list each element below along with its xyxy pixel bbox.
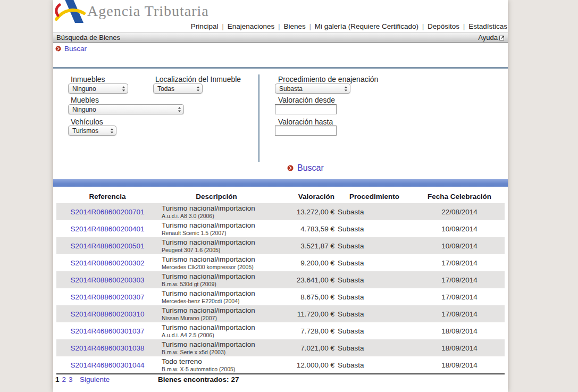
reference-link[interactable]: S2014R468600301044 (56, 361, 158, 369)
description-line2: B.m.w. X-5 automatico (2005) (162, 366, 274, 372)
reference-link[interactable]: S2014R468600301037 (56, 327, 158, 335)
procedure-cell: Subasta (334, 276, 414, 284)
description-cell: Turismo nacional/importacion Renault Sce… (158, 222, 274, 236)
date-cell: 18/09/2014 (414, 361, 505, 369)
valuation-cell: 4.783,59 € (274, 225, 334, 233)
page-title: Búsqueda de Bienes (56, 34, 120, 41)
search-button[interactable]: Buscar (297, 163, 324, 173)
valuation-cell: 12.000,00 € (274, 361, 334, 369)
table-header-row: Referencia Descripción Valoración Proced… (56, 190, 505, 203)
reference-link[interactable]: S2014R088600200310 (56, 310, 158, 318)
results-footer: 123 Siguiente Bienes encontrados:27 (55, 376, 505, 386)
description-line1: Turismo nacional/importacion (162, 205, 274, 212)
inmuebles-label: Inmuebles (71, 75, 105, 84)
vehiculos-label: Vehículos (71, 118, 103, 126)
reference-link[interactable]: S2014R488600200501 (56, 242, 158, 250)
page-link[interactable]: 2 (62, 376, 67, 383)
reference-link[interactable]: S2014R088600200302 (56, 259, 158, 267)
valuation-cell: 8.675,00 € (274, 293, 334, 301)
description-line1: Turismo nacional/importacion (162, 256, 274, 263)
description-line1: Turismo nacional/importacion (162, 273, 274, 280)
reference-link[interactable]: S2014R088600200307 (56, 293, 158, 301)
description-line1: Turismo nacional/importacion (162, 324, 274, 331)
nav-separator: | (422, 23, 424, 30)
table-row: S2014R468600301038 Turismo nacional/impo… (56, 339, 505, 356)
main-nav: Principal|Enajenaciones|Bienes|Mi galerí… (191, 22, 507, 30)
vehiculos-select-value: Turismos (72, 127, 98, 135)
inmuebles-select[interactable]: Ninguno (68, 84, 128, 94)
description-line2: B.m.w. Serie x x5d (2003) (162, 349, 274, 355)
nav-item-4[interactable]: Depósitos (428, 22, 459, 30)
muebles-select-value: Ninguno (72, 106, 96, 113)
select-arrows-icon (178, 106, 181, 113)
table-row: S2014R088600200310 Turismo nacional/impo… (56, 305, 505, 322)
page-link[interactable]: 3 (69, 376, 73, 383)
search-link-row: Buscar (55, 45, 87, 53)
nav-separator: | (463, 23, 465, 30)
table-body: S2014R068600200701 Turismo nacional/impo… (56, 203, 505, 373)
date-cell: 10/09/2014 (414, 242, 505, 250)
description-cell: Turismo nacional/importacion Nissan Mura… (158, 307, 274, 321)
localizacion-select-value: Todas (157, 85, 174, 93)
header-procedimiento: Procedimiento (334, 193, 414, 201)
description-cell: Turismo nacional/importacion Mercedes-be… (158, 290, 274, 304)
nav-item-1[interactable]: Enajenaciones (228, 22, 275, 30)
reference-link[interactable]: S2014R468600301038 (56, 344, 158, 352)
date-cell: 17/09/2014 (414, 276, 505, 284)
date-cell: 18/09/2014 (414, 327, 505, 335)
table-row: S2014R468600301044 Todo terreno B.m.w. X… (56, 356, 505, 373)
description-cell: Turismo nacional/importacion B.m.w. 530d… (158, 273, 274, 287)
valuation-cell: 7.728,00 € (274, 327, 334, 335)
brand-title: Agencia Tributaria (87, 3, 209, 20)
procedure-cell: Subasta (334, 310, 414, 318)
procedimiento-select[interactable]: Subasta (275, 84, 350, 94)
inmuebles-select-value: Ninguno (72, 85, 96, 93)
description-line1: Todo terreno (162, 358, 274, 365)
description-line1: Turismo nacional/importacion (162, 290, 274, 297)
next-page-link[interactable]: Siguiente (80, 376, 110, 383)
reference-link[interactable]: S2014R088600200303 (56, 276, 158, 284)
nav-item-0[interactable]: Principal (191, 22, 219, 30)
date-cell: 10/09/2014 (414, 225, 505, 233)
nav-separator: | (278, 23, 280, 30)
valoracion-hasta-input[interactable] (275, 126, 337, 136)
localizacion-select[interactable]: Todas (153, 84, 203, 94)
table-row: S2014R088600200303 Turismo nacional/impo… (56, 271, 505, 288)
date-cell: 22/08/2014 (414, 208, 505, 216)
external-link-icon (499, 35, 505, 40)
valoracion-desde-input[interactable] (275, 104, 337, 114)
agencia-tributaria-logo (53, 0, 86, 23)
procedure-cell: Subasta (334, 259, 414, 267)
vehiculos-select[interactable]: Turismos (68, 126, 116, 136)
nav-item-2[interactable]: Bienes (283, 22, 305, 30)
description-line2: Nissan Murano (2007) (162, 315, 274, 321)
procedure-cell: Subasta (334, 361, 414, 369)
date-cell: 18/09/2014 (414, 344, 505, 352)
description-cell: Turismo nacional/importacion A.u.d.i. A4… (158, 324, 274, 338)
valuation-cell: 13.272,00 € (274, 208, 334, 216)
description-line2: Renault Scenic 1.5 (2007) (162, 230, 274, 236)
valuation-cell: 23.641,00 € (274, 276, 334, 284)
muebles-select[interactable]: Ninguno (68, 104, 184, 114)
content-page: Agencia Tributaria Principal|Enajenacion… (53, 0, 508, 392)
procedure-cell: Subasta (334, 225, 414, 233)
procedure-cell: Subasta (334, 293, 414, 301)
table-row: S2014R088600200307 Turismo nacional/impo… (56, 288, 505, 305)
reference-link[interactable]: S2014R068600200701 (56, 208, 158, 216)
date-cell: 17/09/2014 (414, 293, 505, 301)
pagination: 123 (55, 376, 76, 383)
nav-item-3[interactable]: Mi galería (Requiere Certificado) (315, 22, 418, 30)
date-cell: 17/09/2014 (414, 310, 505, 318)
localizacion-label: Localización del Inmueble (155, 75, 241, 84)
select-arrows-icon (110, 128, 114, 134)
help-link[interactable]: Ayuda (478, 34, 505, 41)
form-top-rule (53, 67, 508, 69)
select-arrows-icon (196, 86, 200, 92)
nav-item-5[interactable]: Estadísticas (468, 22, 507, 30)
description-cell: Turismo nacional/importacion A.u.d.i. A8… (158, 205, 274, 219)
page-current: 1 (55, 376, 60, 383)
reference-link[interactable]: S2014R488600200401 (56, 225, 158, 233)
table-row: S2014R488600200501 Turismo nacional/impo… (56, 237, 505, 254)
muebles-label: Muebles (71, 96, 99, 104)
search-top-link[interactable]: Buscar (64, 45, 87, 53)
